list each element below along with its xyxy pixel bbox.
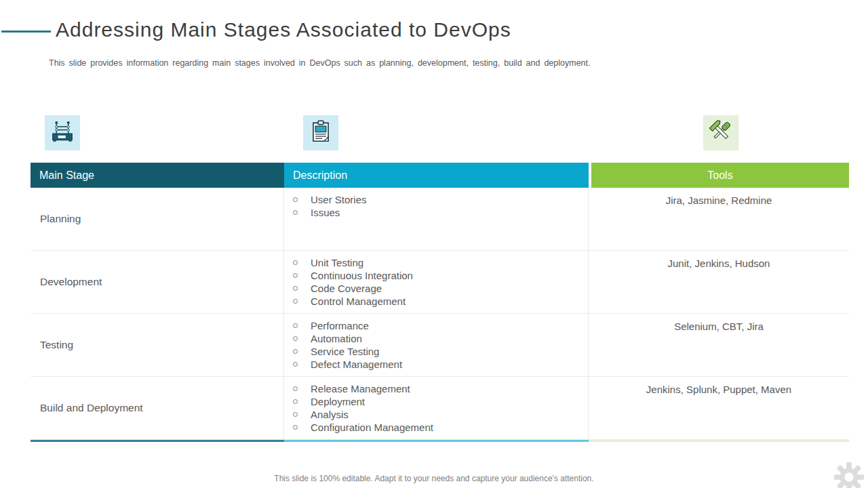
slide-subtitle: This slide provides information regardin… [49, 58, 590, 68]
server-rack-icon [50, 119, 75, 147]
description-list: Release Management Deployment Analysis C… [292, 383, 588, 434]
description-cell: Unit Testing Continuous Integration Code… [284, 251, 589, 313]
table-row-build-deployment: Build and Deployment Release Management … [31, 377, 849, 440]
list-item-label: Code Coverage [311, 283, 382, 294]
table-row-planning: Planning User Stories Issues Jira, Jasmi… [31, 188, 849, 251]
description-icon-tile [303, 115, 338, 150]
column-header-description: Description [284, 163, 589, 188]
list-item-label: Performance [311, 320, 369, 331]
list-item: Control Management [292, 296, 588, 308]
list-item-label: Configuration Management [311, 422, 433, 433]
bullet-icon [293, 412, 298, 417]
bullet-icon [293, 399, 298, 404]
bottom-border-description [284, 440, 589, 442]
list-item: Analysis [292, 409, 588, 422]
column-header-main-stage: Main Stage [31, 163, 284, 188]
slide: Addressing Main Stages Associated to Dev… [0, 0, 868, 488]
description-list: Performance Automation Service Testing D… [292, 320, 588, 371]
stage-cell: Build and Deployment [31, 377, 284, 439]
list-item: Configuration Management [292, 422, 588, 434]
tools-cell: Jira, Jasmine, Redmine [589, 188, 849, 250]
stage-cell: Development [31, 251, 284, 313]
bullet-icon [293, 299, 298, 304]
list-item-label: Analysis [311, 409, 349, 420]
list-item: Service Testing [292, 346, 588, 359]
bullet-icon [293, 273, 298, 278]
list-item: Automation [292, 333, 588, 346]
gear-icon [833, 462, 865, 488]
clipboard-icon [308, 119, 334, 147]
bullet-icon [293, 386, 298, 391]
title-accent-line [1, 30, 51, 33]
list-item-label: Deployment [311, 396, 365, 407]
list-item: Code Coverage [292, 283, 588, 296]
bullet-icon [293, 349, 298, 354]
list-item: Defect Management [292, 359, 588, 371]
hammer-screwdriver-icon [707, 118, 734, 148]
bullet-icon [293, 286, 298, 291]
list-item-label: Automation [311, 333, 362, 344]
table-row-testing: Testing Performance Automation Service T… [31, 314, 849, 377]
description-list: User Stories Issues [292, 194, 588, 220]
table-header-row: Main Stage Description Tools [31, 163, 849, 188]
list-item-label: Continuous Integration [311, 270, 413, 281]
list-item-label: User Stories [311, 194, 367, 205]
list-item: Performance [292, 320, 588, 333]
list-item-label: Unit Testing [311, 257, 363, 268]
list-item: User Stories [292, 194, 588, 207]
tools-icon-tile [703, 115, 738, 150]
tools-cell: Selenium, CBT, Jira [589, 314, 849, 376]
table-row-development: Development Unit Testing Continuous Inte… [31, 251, 849, 314]
page-title: Addressing Main Stages Associated to Dev… [56, 18, 511, 41]
stage-cell: Testing [31, 314, 284, 376]
footer-note: This slide is 100% editable. Adapt it to… [0, 474, 868, 483]
tools-cell: Jenkins, Splunk, Puppet, Maven [589, 377, 849, 439]
description-list: Unit Testing Continuous Integration Code… [292, 257, 588, 308]
bullet-icon [293, 323, 298, 328]
description-cell: Performance Automation Service Testing D… [284, 314, 589, 376]
list-item: Unit Testing [292, 257, 588, 270]
devops-stages-table: Main Stage Description Tools Planning Us… [31, 163, 849, 442]
list-item: Continuous Integration [292, 270, 588, 283]
bullet-icon [293, 197, 298, 202]
column-header-tools: Tools [591, 163, 849, 188]
list-item-label: Control Management [311, 296, 406, 307]
table-bottom-border [31, 440, 849, 442]
list-item: Deployment [292, 396, 588, 409]
stage-cell: Planning [31, 188, 284, 250]
list-item-label: Service Testing [311, 346, 379, 357]
bullet-icon [293, 425, 298, 430]
main-stage-icon-tile [45, 115, 80, 150]
list-item-label: Defect Management [311, 359, 402, 370]
bullet-icon [293, 210, 298, 215]
description-cell: Release Management Deployment Analysis C… [284, 377, 589, 439]
list-item-label: Release Management [311, 383, 410, 394]
list-item-label: Issues [311, 207, 340, 218]
tools-cell: Junit, Jenkins, Hudson [589, 251, 849, 313]
bottom-border-main-stage [31, 440, 284, 442]
bullet-icon [293, 260, 298, 265]
list-item: Release Management [292, 383, 588, 396]
bullet-icon [293, 362, 298, 367]
bullet-icon [293, 336, 298, 341]
description-cell: User Stories Issues [284, 188, 589, 250]
list-item: Issues [292, 207, 588, 220]
bottom-border-tools [589, 440, 849, 442]
